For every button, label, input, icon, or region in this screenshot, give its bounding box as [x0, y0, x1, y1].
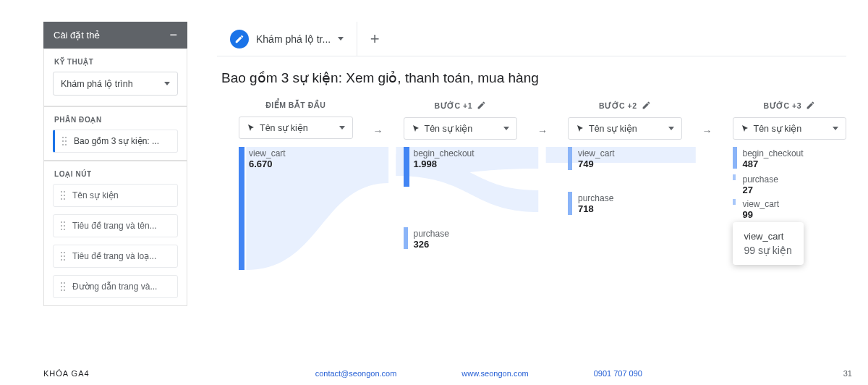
node-tooltip: view_cart 99 sự kiện	[733, 222, 804, 265]
cursor-icon	[741, 124, 749, 133]
exploration-tab[interactable]: Khám phá lộ tr...	[217, 22, 357, 56]
main-panel: Khám phá lộ tr... + Bao gồm 3 sự kiện: X…	[217, 22, 846, 327]
pencil-icon[interactable]	[477, 101, 486, 110]
new-tab-button[interactable]: +	[357, 22, 392, 56]
collapse-icon[interactable]: −	[169, 31, 177, 39]
drag-handle-icon	[62, 137, 68, 145]
node-name: begin_checkout	[414, 148, 518, 158]
technique-section: KỸ THUẬT Khám phá lộ trình	[43, 48, 187, 106]
step-label-text: BƯỚC +1	[434, 101, 472, 110]
node-type-chip[interactable]: Tiêu đề trang và loạ...	[53, 245, 178, 268]
pencil-icon[interactable]	[806, 101, 815, 110]
technique-select[interactable]: Khám phá lộ trình	[53, 72, 178, 96]
contact-email[interactable]: contact@seongon.com	[315, 369, 397, 378]
chevron-down-icon	[338, 37, 344, 41]
exploration-title: Bao gồm 3 sự kiện: Xem giỏ, thanh toán, …	[217, 56, 846, 101]
node-value: 99	[743, 209, 847, 220]
chevron-down-icon	[164, 82, 170, 85]
step-label: BƯỚC +3	[733, 101, 847, 110]
node-type-section: LOẠI NÚT Tên sự kiện Tiêu đề trang và tê…	[43, 161, 187, 306]
node-name: begin_checkout	[743, 148, 847, 158]
tooltip-name: view_cart	[744, 231, 792, 242]
tab-label: Khám phá lộ tr...	[256, 33, 331, 45]
sankey-node[interactable]: purchase 27	[733, 173, 847, 193]
chevron-down-icon	[668, 127, 674, 130]
segment-chip[interactable]: Bao gồm 3 sự kiện: ...	[53, 130, 178, 153]
step-label: ĐIỂM BẮT ĐẦU	[239, 101, 353, 109]
chevron-down-icon	[503, 127, 509, 130]
node-type-chip[interactable]: Đường dẫn trang và...	[53, 275, 178, 298]
node-type-chip-label: Tiêu đề trang và loạ...	[72, 251, 156, 261]
tooltip-value: 99 sự kiện	[744, 245, 792, 256]
step-dd-label: Tên sự kiện	[425, 123, 473, 134]
arrow-icon: →	[373, 101, 383, 140]
chevron-down-icon	[833, 127, 838, 130]
step-col-start: ĐIỂM BẮT ĐẦU Tên sự kiện	[239, 101, 353, 140]
step-dimension-select[interactable]: Tên sự kiện	[239, 117, 353, 139]
node-name: view_cart	[743, 199, 847, 209]
pencil-icon[interactable]	[642, 101, 651, 110]
cursor-icon	[412, 124, 420, 133]
segment-label: PHÂN ĐOẠN	[44, 107, 187, 130]
step-label-text: BƯỚC +2	[599, 101, 637, 110]
site-link[interactable]: www.seongon.com	[461, 369, 528, 378]
sankey-col: view_cart 749 purchase 718	[568, 147, 682, 306]
node-value: 326	[414, 239, 518, 250]
sankey-col: begin_checkout 1.998 purchase 326	[404, 147, 518, 306]
node-value: 27	[743, 185, 847, 195]
step-headers: ĐIỂM BẮT ĐẦU Tên sự kiện → BƯỚC +1	[217, 101, 846, 140]
sankey-chart: view_cart 6.670 begin_checkout 1.998 pur…	[217, 147, 846, 306]
node-name: purchase	[578, 193, 682, 203]
sankey-node[interactable]: view_cart 99	[733, 198, 847, 218]
step-label-text: BƯỚC +3	[763, 101, 801, 110]
arrow-icon: →	[537, 101, 548, 140]
step-dimension-select[interactable]: Tên sự kiện	[733, 117, 847, 140]
drag-handle-icon	[61, 191, 67, 200]
pencil-icon	[230, 30, 249, 48]
chevron-down-icon	[339, 126, 345, 130]
node-value: 1.998	[414, 158, 518, 169]
step-dimension-select[interactable]: Tên sự kiện	[404, 117, 518, 140]
segment-chip-label: Bao gồm 3 sự kiện: ...	[74, 136, 159, 146]
sankey-node[interactable]: begin_checkout 1.998	[404, 147, 518, 187]
cursor-icon	[576, 124, 584, 133]
technique-value: Khám phá lộ trình	[61, 78, 133, 89]
node-type-chip[interactable]: Tên sự kiện	[53, 184, 178, 207]
sankey-node[interactable]: view_cart 6.670	[239, 147, 353, 270]
node-name: purchase	[414, 229, 518, 239]
step-col-2: BƯỚC +2 Tên sự kiện	[568, 101, 682, 140]
node-type-chip-label: Tên sự kiện	[72, 190, 119, 200]
slide-footer: KHÓA GA4 contact@seongon.com www.seongon…	[0, 369, 868, 378]
node-name: view_cart	[249, 148, 353, 158]
course-label: KHÓA GA4	[43, 369, 90, 378]
step-col-1: BƯỚC +1 Tên sự kiện	[404, 101, 518, 140]
step-label: BƯỚC +2	[568, 101, 682, 110]
step-dd-label: Tên sự kiện	[589, 123, 637, 134]
settings-sidebar: Cài đặt thẻ − KỸ THUẬT Khám phá lộ trình…	[43, 22, 187, 306]
sankey-col: view_cart 6.670	[239, 147, 353, 306]
node-name: purchase	[743, 174, 847, 185]
drag-handle-icon	[61, 252, 67, 261]
arrow-icon: →	[702, 101, 712, 140]
step-dd-label: Tên sự kiện	[260, 122, 308, 133]
node-type-chip[interactable]: Tiêu đề trang và tên...	[53, 214, 178, 237]
sankey-node[interactable]: begin_checkout 487	[733, 147, 847, 169]
contact-phone: 0901 707 090	[594, 369, 642, 378]
sidebar-title: Cài đặt thẻ	[54, 30, 100, 41]
node-type-chip-label: Tiêu đề trang và tên...	[72, 221, 157, 231]
sankey-node[interactable]: purchase 718	[568, 192, 682, 215]
step-dimension-select[interactable]: Tên sự kiện	[568, 117, 682, 140]
node-value: 718	[578, 203, 682, 214]
node-value: 6.670	[249, 158, 353, 169]
node-name: view_cart	[578, 148, 682, 158]
node-value: 487	[743, 158, 847, 169]
step-dd-label: Tên sự kiện	[754, 123, 802, 134]
node-type-chip-label: Đường dẫn trang và...	[72, 282, 157, 292]
sankey-node[interactable]: view_cart 749	[568, 147, 682, 170]
node-value: 749	[578, 158, 682, 169]
tab-bar: Khám phá lộ tr... +	[217, 22, 846, 56]
drag-handle-icon	[61, 221, 67, 230]
cursor-icon	[247, 124, 255, 132]
sankey-node[interactable]: purchase 326	[404, 227, 518, 249]
page-number: 31	[843, 369, 852, 378]
